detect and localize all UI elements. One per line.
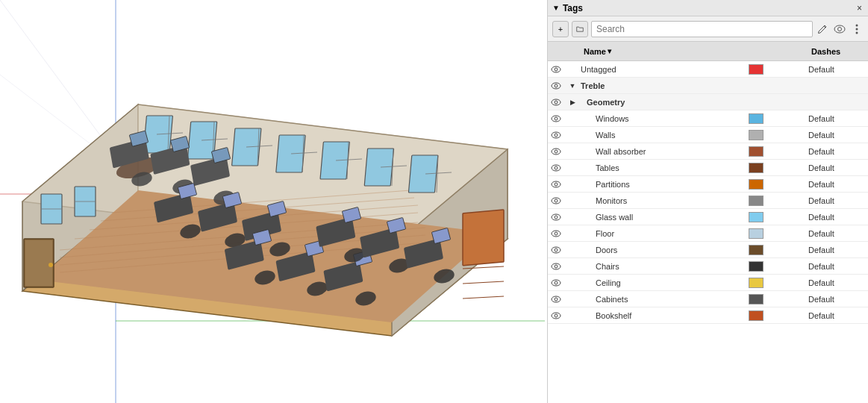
- color-swatch-cell[interactable]: [749, 310, 808, 321]
- visibility-eye-icon[interactable]: [548, 263, 564, 270]
- dashes-value[interactable]: Default: [808, 196, 868, 205]
- visibility-eye-icon[interactable]: [548, 82, 564, 90]
- tag-name-label: Bookshelf: [581, 311, 749, 320]
- eye-visibility-button[interactable]: [832, 23, 847, 35]
- panel-close-button[interactable]: ×: [855, 3, 864, 13]
- tag-row[interactable]: DoorsDefault: [548, 242, 868, 258]
- visibility-eye-icon[interactable]: [548, 213, 564, 221]
- folder-button[interactable]: [572, 21, 588, 37]
- svg-point-93: [856, 31, 858, 34]
- color-swatch[interactable]: [749, 179, 764, 190]
- svg-point-113: [555, 216, 558, 219]
- color-swatch-cell[interactable]: [749, 294, 808, 304]
- dashes-value[interactable]: Default: [808, 163, 868, 172]
- tags-list: UntaggedDefault▼Treble▶GeometryWindowsDe…: [548, 61, 868, 403]
- add-tag-button[interactable]: +: [552, 21, 569, 37]
- tag-row[interactable]: Wall absorberDefault: [548, 143, 868, 160]
- tag-row[interactable]: ▶Geometry: [548, 94, 868, 110]
- color-swatch-cell[interactable]: [749, 64, 808, 75]
- color-swatch[interactable]: [749, 146, 764, 157]
- dashes-value[interactable]: Default: [808, 262, 868, 271]
- tag-row[interactable]: CabinetsDefault: [548, 291, 868, 307]
- tag-row[interactable]: WindowsDefault: [548, 110, 868, 127]
- expand-icon[interactable]: ▼: [564, 82, 581, 90]
- color-swatch-cell[interactable]: [749, 196, 808, 206]
- color-swatch-cell[interactable]: [749, 113, 808, 124]
- svg-point-118: [552, 263, 561, 269]
- svg-rect-32: [320, 142, 349, 179]
- tag-row[interactable]: ▼Treble: [548, 78, 868, 94]
- dashes-value[interactable]: Default: [808, 295, 868, 304]
- tag-name-label: Geometry: [581, 98, 749, 107]
- tag-row[interactable]: TablesDefault: [548, 160, 868, 176]
- tag-row[interactable]: MonitorsDefault: [548, 193, 868, 209]
- tag-row[interactable]: Glass wallDefault: [548, 209, 868, 225]
- tag-row[interactable]: CeilingDefault: [548, 275, 868, 291]
- dashes-value[interactable]: Default: [808, 180, 868, 189]
- visibility-eye-icon[interactable]: [548, 164, 564, 172]
- color-swatch[interactable]: [749, 212, 764, 222]
- expand-icon[interactable]: ▶: [564, 99, 581, 106]
- visibility-eye-icon[interactable]: [548, 279, 564, 287]
- panel-collapse-icon[interactable]: ▼: [552, 4, 560, 12]
- color-swatch-cell[interactable]: [749, 163, 808, 173]
- color-swatch[interactable]: [749, 228, 764, 239]
- color-swatch[interactable]: [749, 310, 764, 321]
- color-swatch[interactable]: [749, 196, 764, 206]
- color-swatch[interactable]: [749, 245, 764, 255]
- dashes-value[interactable]: Default: [808, 311, 868, 320]
- detail-button[interactable]: [850, 22, 864, 36]
- dashes-value[interactable]: Default: [808, 131, 868, 140]
- color-swatch-cell[interactable]: [749, 245, 808, 255]
- color-swatch[interactable]: [749, 294, 764, 304]
- visibility-eye-icon[interactable]: [548, 246, 564, 254]
- color-swatch[interactable]: [749, 113, 764, 124]
- color-swatch[interactable]: [749, 163, 764, 173]
- visibility-eye-icon[interactable]: [548, 197, 564, 204]
- tags-panel: ▼ Tags × +: [547, 0, 868, 403]
- svg-point-100: [552, 116, 561, 122]
- svg-point-115: [555, 232, 558, 235]
- dashes-value[interactable]: Default: [808, 114, 868, 123]
- svg-point-91: [856, 24, 858, 26]
- color-swatch-cell[interactable]: [749, 179, 808, 190]
- pencil-icon-button[interactable]: [816, 22, 829, 36]
- color-swatch[interactable]: [749, 64, 764, 75]
- visibility-eye-icon[interactable]: [548, 148, 564, 155]
- svg-point-104: [552, 149, 561, 154]
- dashes-value[interactable]: Default: [808, 213, 868, 222]
- color-swatch[interactable]: [749, 278, 764, 288]
- dashes-value[interactable]: Default: [808, 278, 868, 287]
- visibility-eye-icon[interactable]: [548, 66, 564, 73]
- tag-row[interactable]: WallsDefault: [548, 127, 868, 143]
- color-swatch[interactable]: [749, 261, 764, 272]
- visibility-eye-icon[interactable]: [548, 131, 564, 139]
- visibility-eye-icon[interactable]: [548, 312, 564, 319]
- color-swatch-cell[interactable]: [749, 130, 808, 140]
- visibility-eye-icon[interactable]: [548, 99, 564, 106]
- color-swatch[interactable]: [749, 130, 764, 140]
- tag-row[interactable]: ChairsDefault: [548, 258, 868, 275]
- color-swatch-cell[interactable]: [749, 228, 808, 239]
- dashes-value[interactable]: Default: [808, 147, 868, 156]
- color-swatch-cell[interactable]: [749, 146, 808, 157]
- tag-row[interactable]: UntaggedDefault: [548, 61, 868, 78]
- svg-point-95: [555, 68, 558, 71]
- visibility-eye-icon[interactable]: [548, 296, 564, 303]
- svg-point-92: [856, 28, 858, 30]
- color-swatch-cell[interactable]: [749, 261, 808, 272]
- visibility-eye-icon[interactable]: [548, 230, 564, 237]
- tag-row[interactable]: FloorDefault: [548, 225, 868, 242]
- tag-row[interactable]: BookshelfDefault: [548, 307, 868, 324]
- dashes-value[interactable]: Default: [808, 229, 868, 238]
- tag-row[interactable]: PartitionsDefault: [548, 176, 868, 193]
- color-swatch-cell[interactable]: [749, 278, 808, 288]
- visibility-eye-icon[interactable]: [548, 115, 564, 122]
- dashes-value[interactable]: Default: [808, 65, 868, 74]
- dashes-value[interactable]: Default: [808, 246, 868, 254]
- search-input[interactable]: [591, 21, 813, 37]
- header-name[interactable]: Name ▾: [581, 47, 749, 56]
- color-swatch-cell[interactable]: [749, 212, 808, 222]
- visibility-eye-icon[interactable]: [548, 181, 564, 188]
- svg-point-125: [555, 314, 558, 317]
